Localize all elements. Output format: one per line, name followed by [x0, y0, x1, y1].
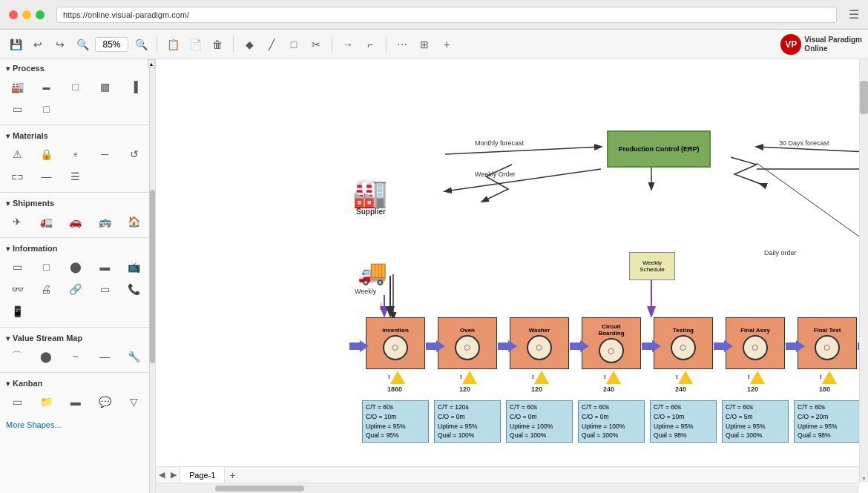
kanban-icon-2[interactable]: 📁: [35, 392, 57, 411]
info-icon-9[interactable]: ▭: [93, 279, 116, 299]
canvas-scrollbar-v[interactable]: ▼: [859, 59, 868, 483]
info-icon-4[interactable]: ▬: [93, 257, 116, 277]
save-button[interactable]: 💾: [6, 35, 25, 54]
proc-washer[interactable]: Washer ○: [510, 317, 569, 369]
uptime-testing: Uptime = 95%: [654, 422, 713, 431]
vsm-icon-1[interactable]: ⌒: [6, 347, 28, 366]
delete-button[interactable]: 🗑: [208, 35, 227, 54]
info-icon-2[interactable]: □: [35, 257, 57, 277]
url-bar[interactable]: https://online.visual-paradigm.com/: [56, 7, 837, 23]
mat-icon-3[interactable]: ≡: [65, 145, 87, 164]
copy-button[interactable]: 📋: [163, 35, 183, 54]
data-box-washer: C/T = 60s C/O = 0m Uptime = 100% Qual = …: [506, 400, 573, 443]
vsm-section-label: Value Stream Map: [13, 334, 82, 343]
process-icon-1[interactable]: 🏭: [6, 77, 28, 96]
proc-circuit[interactable]: CircuitBoarding ○: [582, 317, 641, 369]
arrow-button[interactable]: →: [338, 35, 358, 54]
mat-icon-5[interactable]: ↺: [123, 145, 145, 164]
fill-button[interactable]: ◆: [240, 35, 259, 54]
qual-testing: Qual = 98%: [654, 431, 713, 440]
more-shapes-button[interactable]: More Shapes...: [0, 416, 155, 434]
zoom-out-button[interactable]: 🔍: [131, 35, 151, 54]
process-icon-3[interactable]: □: [65, 77, 87, 96]
connector-button[interactable]: ⌐: [361, 35, 380, 54]
warning-circuit: !: [606, 371, 621, 384]
shape-button[interactable]: □: [284, 35, 303, 54]
mat-icon-1[interactable]: ⚠: [6, 145, 28, 164]
zoom-level[interactable]: 85%: [95, 37, 128, 52]
process-icon-4[interactable]: ▩: [93, 77, 116, 96]
mat-icon-8[interactable]: ☰: [65, 167, 87, 186]
info-icon-5[interactable]: 📺: [123, 257, 145, 277]
mat-icon-7[interactable]: —: [35, 167, 57, 186]
proc-final-test[interactable]: Final Test ○: [798, 317, 857, 369]
line-button[interactable]: ╱: [262, 35, 281, 54]
info-icon-1[interactable]: ▭: [6, 257, 28, 277]
canvas-area[interactable]: Production Control (ERP) 🏭 Supplier 🏭 Cu…: [156, 59, 868, 493]
sidebar-section-shipments[interactable]: Shipments: [0, 194, 155, 211]
inv-final-assy: 120: [747, 386, 758, 393]
info-icon-10[interactable]: 📞: [123, 279, 145, 299]
proc-oven[interactable]: Oven ○: [438, 317, 497, 369]
page-tab-prev[interactable]: ◀: [156, 470, 168, 480]
vsm-icon-3[interactable]: ~: [65, 347, 87, 366]
mat-icon-6[interactable]: ⊏⊐: [6, 167, 28, 186]
grid-button[interactable]: ⊞: [415, 35, 434, 54]
sidebar-section-information[interactable]: Information: [0, 239, 155, 256]
undo-button[interactable]: ↩: [28, 35, 47, 54]
paste-button[interactable]: 📄: [185, 35, 205, 54]
warning-washer: !: [534, 371, 549, 384]
sidebar-section-materials[interactable]: Materials: [0, 127, 155, 143]
sidebar-section-process[interactable]: Process: [0, 59, 155, 76]
process-icons: 🏭 ▬ □ ▩ ▐ ▭ □: [0, 76, 155, 123]
proc-testing[interactable]: Testing ○: [654, 317, 713, 369]
minimize-button[interactable]: [22, 10, 31, 19]
more-button[interactable]: ⋯: [392, 35, 412, 54]
scroll-up-button[interactable]: ▲: [148, 59, 155, 68]
proc-final-assy[interactable]: Final Assy ○: [726, 317, 785, 369]
proc-invention[interactable]: Invention ○: [366, 317, 425, 369]
vsm-icon-2[interactable]: ⬤: [35, 347, 57, 366]
svg-line-7: [757, 163, 859, 254]
ship-icon-5[interactable]: 🏠: [123, 212, 145, 231]
page-tab-next[interactable]: ▶: [168, 470, 180, 480]
page-add-button[interactable]: +: [225, 469, 240, 481]
redo-button[interactable]: ↪: [50, 35, 70, 54]
mat-icon-4[interactable]: ─: [93, 145, 116, 164]
info-icon-7[interactable]: 🖨: [35, 279, 57, 299]
sidebar-scrollbar[interactable]: [149, 59, 155, 493]
mat-icon-2[interactable]: 🔒: [35, 145, 57, 164]
kanban-icon-1[interactable]: ▭: [6, 392, 28, 411]
inv-final-test: 180: [819, 386, 830, 393]
info-icon-3[interactable]: ⬤: [65, 257, 87, 277]
ship-icon-3[interactable]: 🚗: [65, 212, 87, 231]
zoom-in-button[interactable]: 🔍: [73, 35, 92, 54]
kanban-icon-3[interactable]: ▬: [65, 392, 87, 411]
kanban-icon-5[interactable]: ▽: [123, 392, 145, 411]
maximize-button[interactable]: [36, 10, 45, 19]
process-icon-6[interactable]: ▭: [6, 99, 28, 119]
add-button[interactable]: +: [437, 35, 456, 54]
info-icon-8[interactable]: 🔗: [65, 279, 87, 299]
sidebar-section-vsm[interactable]: Value Stream Map: [0, 329, 155, 345]
process-icon-5[interactable]: ▐: [123, 77, 145, 96]
kanban-icon-4[interactable]: 💬: [93, 392, 116, 411]
process-icon-7[interactable]: □: [35, 99, 57, 119]
close-button[interactable]: [9, 10, 18, 19]
ship-icon-1[interactable]: ✈: [6, 212, 28, 231]
info-icon-11[interactable]: 📱: [6, 302, 28, 321]
vsm-icon-4[interactable]: —: [93, 347, 116, 366]
ship-icon-4[interactable]: 🚌: [93, 212, 116, 231]
ct-testing: C/T = 60s: [654, 403, 713, 412]
sidebar-section-kanban[interactable]: Kanban: [0, 374, 155, 391]
ct-final-test: C/T = 60s: [798, 403, 857, 412]
vscroll-down[interactable]: ▼: [860, 474, 868, 483]
vsm-icon-5[interactable]: 🔧: [123, 347, 145, 366]
process-icon-2[interactable]: ▬: [35, 77, 57, 96]
page-tab-1[interactable]: Page-1: [180, 467, 225, 483]
menu-icon[interactable]: ☰: [849, 7, 859, 21]
ship-icon-2[interactable]: 🚛: [35, 212, 57, 231]
info-icon-6[interactable]: 👓: [6, 279, 28, 299]
tool-button[interactable]: ✂: [306, 35, 326, 54]
canvas-scrollbar-h[interactable]: [156, 483, 859, 493]
